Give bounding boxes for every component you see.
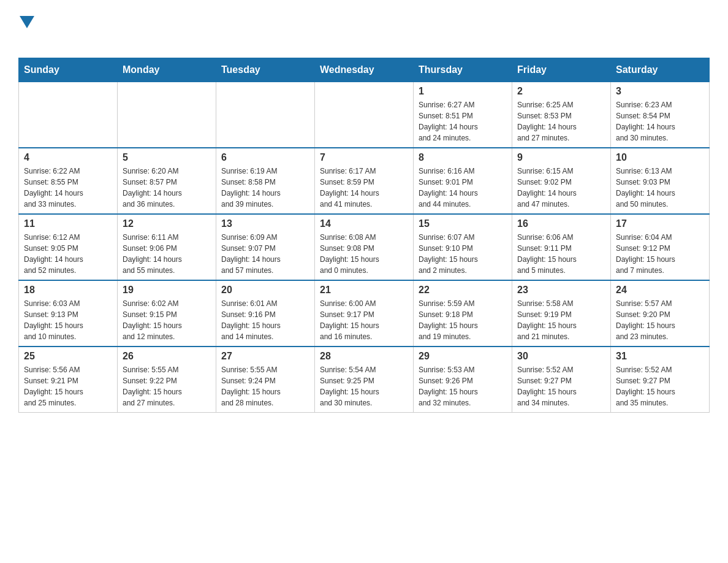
calendar-cell: 11Sunrise: 6:12 AMSunset: 9:05 PMDayligh… (19, 214, 118, 280)
day-info: Sunrise: 5:53 AMSunset: 9:26 PMDaylight:… (419, 364, 507, 408)
day-info: Sunrise: 6:23 AMSunset: 8:54 PMDaylight:… (616, 99, 704, 144)
day-info: Sunrise: 6:27 AMSunset: 8:51 PMDaylight:… (419, 99, 507, 144)
day-info: Sunrise: 5:54 AMSunset: 9:25 PMDaylight:… (320, 364, 408, 408)
day-info: Sunrise: 6:07 AMSunset: 9:10 PMDaylight:… (419, 232, 507, 276)
day-number: 12 (123, 218, 211, 229)
calendar-cell: 30Sunrise: 5:52 AMSunset: 9:27 PMDayligh… (512, 347, 611, 413)
day-header-wednesday: Wednesday (315, 58, 414, 82)
calendar-cell: 20Sunrise: 6:01 AMSunset: 9:16 PMDayligh… (216, 280, 315, 347)
day-info: Sunrise: 6:25 AMSunset: 8:53 PMDaylight:… (517, 99, 605, 144)
day-info: Sunrise: 5:52 AMSunset: 9:27 PMDaylight:… (517, 364, 605, 408)
day-number: 11 (24, 218, 112, 229)
day-info: Sunrise: 6:03 AMSunset: 9:13 PMDaylight:… (24, 298, 112, 342)
day-header-monday: Monday (118, 58, 216, 82)
day-number: 8 (419, 152, 507, 163)
day-number: 24 (616, 285, 704, 296)
calendar-cell: 17Sunrise: 6:04 AMSunset: 9:12 PMDayligh… (611, 214, 710, 280)
day-number: 31 (616, 351, 704, 362)
calendar-cell: 4Sunrise: 6:22 AMSunset: 8:55 PMDaylight… (19, 148, 118, 214)
day-number: 13 (221, 218, 309, 229)
day-number: 4 (24, 152, 112, 163)
day-info: Sunrise: 5:59 AMSunset: 9:18 PMDaylight:… (419, 298, 507, 342)
calendar-cell (315, 82, 414, 148)
calendar-cell (118, 82, 216, 148)
day-number: 28 (320, 351, 408, 362)
day-header-saturday: Saturday (611, 58, 710, 82)
day-number: 17 (616, 218, 704, 229)
day-info: Sunrise: 6:08 AMSunset: 9:08 PMDaylight:… (320, 232, 408, 276)
calendar-cell: 7Sunrise: 6:17 AMSunset: 8:59 PMDaylight… (315, 148, 414, 214)
calendar-cell: 16Sunrise: 6:06 AMSunset: 9:11 PMDayligh… (512, 214, 611, 280)
day-number: 16 (517, 218, 605, 229)
week-row-2: 4Sunrise: 6:22 AMSunset: 8:55 PMDaylight… (19, 148, 710, 214)
calendar-cell: 27Sunrise: 5:55 AMSunset: 9:24 PMDayligh… (216, 347, 315, 413)
day-number: 23 (517, 285, 605, 296)
day-number: 25 (24, 351, 112, 362)
calendar-cell: 24Sunrise: 5:57 AMSunset: 9:20 PMDayligh… (611, 280, 710, 347)
day-number: 10 (616, 152, 704, 163)
calendar-cell: 26Sunrise: 5:55 AMSunset: 9:22 PMDayligh… (118, 347, 216, 413)
day-info: Sunrise: 5:57 AMSunset: 9:20 PMDaylight:… (616, 298, 704, 342)
day-info: Sunrise: 6:12 AMSunset: 9:05 PMDaylight:… (24, 232, 112, 276)
day-number: 6 (221, 152, 309, 163)
day-number: 22 (419, 285, 507, 296)
calendar-header-row: SundayMondayTuesdayWednesdayThursdayFrid… (19, 58, 710, 82)
week-row-5: 25Sunrise: 5:56 AMSunset: 9:21 PMDayligh… (19, 347, 710, 413)
day-number: 3 (616, 86, 704, 97)
day-number: 1 (419, 86, 507, 97)
calendar-cell: 19Sunrise: 6:02 AMSunset: 9:15 PMDayligh… (118, 280, 216, 347)
day-number: 27 (221, 351, 309, 362)
day-info: Sunrise: 6:11 AMSunset: 9:06 PMDaylight:… (123, 232, 211, 276)
logo: Gene (18, 12, 64, 45)
day-number: 26 (123, 351, 211, 362)
day-info: Sunrise: 6:20 AMSunset: 8:57 PMDaylight:… (123, 166, 211, 210)
week-row-3: 11Sunrise: 6:12 AMSunset: 9:05 PMDayligh… (19, 214, 710, 280)
day-number: 2 (517, 86, 605, 97)
calendar-cell (19, 82, 118, 148)
day-info: Sunrise: 6:02 AMSunset: 9:15 PMDaylight:… (123, 298, 211, 342)
page-header: Gene (18, 12, 710, 45)
calendar-cell: 25Sunrise: 5:56 AMSunset: 9:21 PMDayligh… (19, 347, 118, 413)
day-number: 15 (419, 218, 507, 229)
calendar-table: SundayMondayTuesdayWednesdayThursdayFrid… (18, 58, 710, 413)
calendar-cell: 8Sunrise: 6:16 AMSunset: 9:01 PMDaylight… (414, 148, 512, 214)
calendar-cell: 9Sunrise: 6:15 AMSunset: 9:02 PMDaylight… (512, 148, 611, 214)
day-info: Sunrise: 6:16 AMSunset: 9:01 PMDaylight:… (419, 166, 507, 210)
calendar-cell: 15Sunrise: 6:07 AMSunset: 9:10 PMDayligh… (414, 214, 512, 280)
day-info: Sunrise: 5:55 AMSunset: 9:24 PMDaylight:… (221, 364, 309, 408)
day-number: 21 (320, 285, 408, 296)
calendar-cell: 23Sunrise: 5:58 AMSunset: 9:19 PMDayligh… (512, 280, 611, 347)
day-number: 9 (517, 152, 605, 163)
calendar-cell: 12Sunrise: 6:11 AMSunset: 9:06 PMDayligh… (118, 214, 216, 280)
calendar-cell: 31Sunrise: 5:52 AMSunset: 9:27 PMDayligh… (611, 347, 710, 413)
calendar-cell: 18Sunrise: 6:03 AMSunset: 9:13 PMDayligh… (19, 280, 118, 347)
day-info: Sunrise: 6:13 AMSunset: 9:03 PMDaylight:… (616, 166, 704, 210)
calendar-cell: 29Sunrise: 5:53 AMSunset: 9:26 PMDayligh… (414, 347, 512, 413)
day-info: Sunrise: 6:04 AMSunset: 9:12 PMDaylight:… (616, 232, 704, 276)
calendar-cell (216, 82, 315, 148)
calendar-cell: 5Sunrise: 6:20 AMSunset: 8:57 PMDaylight… (118, 148, 216, 214)
day-number: 7 (320, 152, 408, 163)
day-info: Sunrise: 6:01 AMSunset: 9:16 PMDaylight:… (221, 298, 309, 342)
calendar-cell: 22Sunrise: 5:59 AMSunset: 9:18 PMDayligh… (414, 280, 512, 347)
calendar-cell: 3Sunrise: 6:23 AMSunset: 8:54 PMDaylight… (611, 82, 710, 148)
day-info: Sunrise: 6:17 AMSunset: 8:59 PMDaylight:… (320, 166, 408, 210)
day-header-tuesday: Tuesday (216, 58, 315, 82)
week-row-4: 18Sunrise: 6:03 AMSunset: 9:13 PMDayligh… (19, 280, 710, 347)
day-number: 19 (123, 285, 211, 296)
calendar-cell: 14Sunrise: 6:08 AMSunset: 9:08 PMDayligh… (315, 214, 414, 280)
day-info: Sunrise: 5:55 AMSunset: 9:22 PMDaylight:… (123, 364, 211, 408)
calendar-cell: 10Sunrise: 6:13 AMSunset: 9:03 PMDayligh… (611, 148, 710, 214)
calendar-cell: 28Sunrise: 5:54 AMSunset: 9:25 PMDayligh… (315, 347, 414, 413)
week-row-1: 1Sunrise: 6:27 AMSunset: 8:51 PMDaylight… (19, 82, 710, 148)
day-info: Sunrise: 6:06 AMSunset: 9:11 PMDaylight:… (517, 232, 605, 276)
day-info: Sunrise: 6:00 AMSunset: 9:17 PMDaylight:… (320, 298, 408, 342)
day-header-thursday: Thursday (414, 58, 512, 82)
day-number: 18 (24, 285, 112, 296)
day-number: 5 (123, 152, 211, 163)
day-header-friday: Friday (512, 58, 611, 82)
day-number: 14 (320, 218, 408, 229)
day-number: 30 (517, 351, 605, 362)
day-info: Sunrise: 5:52 AMSunset: 9:27 PMDaylight:… (616, 364, 704, 408)
day-info: Sunrise: 6:09 AMSunset: 9:07 PMDaylight:… (221, 232, 309, 276)
